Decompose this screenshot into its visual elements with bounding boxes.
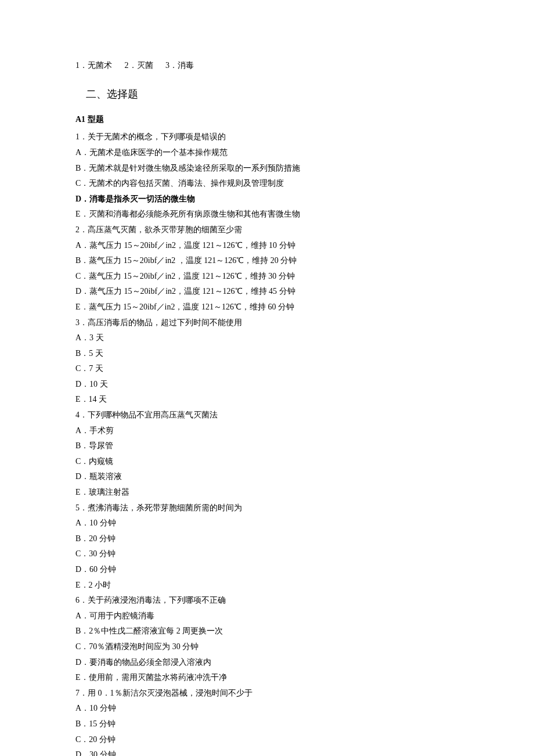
term-1-text: 无菌术: [88, 61, 112, 70]
q4-option-d: D．瓶装溶液: [75, 469, 459, 485]
q2-option-a: A．蒸气压力 15～20ibf／in2，温度 121～126℃，维持 10 分钟: [75, 238, 459, 254]
q1-option-c: C．无菌术的内容包括灭菌、消毒法、操作规则及管理制度: [75, 176, 459, 192]
term-2-text: 灭菌: [137, 61, 153, 70]
q2-option-b: B．蒸气压力 15～20ibf／in2 ，温度 121～126℃，维持 20 分…: [75, 253, 459, 269]
q7-option-b: B．15 分钟: [75, 717, 459, 732]
term-2-num: 2．: [125, 61, 137, 70]
term-3: 3．消毒: [165, 58, 194, 74]
term-3-text: 消毒: [178, 61, 194, 70]
q2-option-e: E．蒸气压力 15～20ibf／in2，温度 121～126℃，维持 60 分钟: [75, 300, 459, 315]
q1-option-d: D．消毒是指杀灭一切活的微生物: [75, 192, 459, 207]
term-1-num: 1．: [75, 61, 88, 70]
q3-stem: 3．高压消毒后的物品，超过下列时间不能使用: [75, 315, 459, 331]
q3-option-c: C．7 天: [75, 361, 459, 377]
q6-option-c: C．70％酒精浸泡时间应为 30 分钟: [75, 639, 459, 655]
term-2: 2．灭菌: [125, 58, 153, 74]
q1-option-a: A．无菌术是临床医学的一个基本操作规范: [75, 145, 459, 161]
q4-option-b: B．导尿管: [75, 438, 459, 454]
q6-option-b: B．2％中性戊二醛溶液宜每 2 周更换一次: [75, 624, 459, 639]
q3-option-b: B．5 天: [75, 346, 459, 362]
section-2-heading: 二、选择题: [75, 84, 459, 104]
term-1: 1．无菌术: [75, 58, 112, 74]
term-3-num: 3．: [165, 61, 178, 70]
q6-option-a: A．可用于内腔镜消毒: [75, 609, 459, 624]
q7-option-d: D．30 分钟: [75, 747, 459, 756]
q4-stem: 4．下列哪种物品不宜用高压蒸气灭菌法: [75, 408, 459, 423]
q3-option-e: E．14 天: [75, 392, 459, 408]
q1-option-b: B．无菌术就是针对微生物及感染途径所采取的一系列预防措施: [75, 161, 459, 177]
q2-stem: 2．高压蒸气灭菌，欲杀灭带芽胞的细菌至少需: [75, 222, 459, 238]
terms-line: 1．无菌术 2．灭菌 3．消毒: [75, 58, 459, 74]
question-type-a1: A1 型题: [75, 112, 459, 128]
q5-option-a: A．10 分钟: [75, 516, 459, 531]
q5-option-c: C．30 分钟: [75, 546, 459, 562]
q1-stem: 1．关于无菌术的概念，下列哪项是错误的: [75, 129, 459, 145]
q7-option-a: A．10 分钟: [75, 701, 459, 717]
q7-option-c: C．20 分钟: [75, 732, 459, 748]
q1-option-e: E．灭菌和消毒都必须能杀死所有病原微生物和其他有害微生物: [75, 207, 459, 222]
q4-option-e: E．玻璃注射器: [75, 485, 459, 501]
q6-option-e: E．使用前，需用灭菌盐水将药液冲洗干净: [75, 670, 459, 686]
q5-option-e: E．2 小时: [75, 578, 459, 593]
q2-option-d: D．蒸气压力 15～20ibf／in2，温度 121～126℃，维持 45 分钟: [75, 284, 459, 300]
q5-option-d: D．60 分钟: [75, 562, 459, 578]
q7-stem: 7．用 0．1％新洁尔灭浸泡器械，浸泡时间不少于: [75, 686, 459, 701]
q6-option-d: D．要消毒的物品必须全部浸入溶液内: [75, 655, 459, 671]
q2-option-c: C．蒸气压力 15～20ibf／in2，温度 121～126℃，维持 30 分钟: [75, 269, 459, 285]
q4-option-a: A．手术剪: [75, 423, 459, 439]
q5-stem: 5．煮沸消毒法，杀死带芽胞细菌所需的时间为: [75, 501, 459, 516]
q3-option-d: D．10 天: [75, 377, 459, 393]
q3-option-a: A．3 天: [75, 330, 459, 346]
q4-option-c: C．内窥镜: [75, 454, 459, 470]
q6-stem: 6．关于药液浸泡消毒法，下列哪项不正确: [75, 593, 459, 609]
q5-option-b: B．20 分钟: [75, 531, 459, 547]
